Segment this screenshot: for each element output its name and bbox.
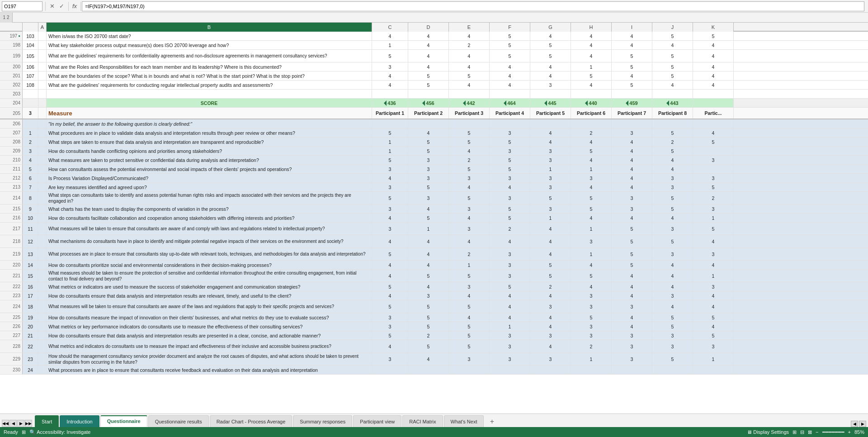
tab-introduction[interactable]: Introduction (60, 415, 99, 427)
question-cell[interactable]: How should the management consultancy se… (47, 353, 372, 365)
row-number: 199 (0, 50, 23, 62)
question-cell[interactable]: What steps are taken to ensure that data… (47, 138, 372, 146)
val-h: 4 (571, 50, 612, 62)
row-number: 214 (0, 192, 23, 204)
col-header-h[interactable]: H (571, 23, 612, 32)
question-cell[interactable]: What metrics or indicators are used to m… (47, 282, 372, 291)
question-cell[interactable]: How do consultants measure the impact of… (47, 313, 372, 322)
sheet-nav-last[interactable]: ▶▶ (25, 420, 32, 427)
question-cell[interactable]: What processes are in place to ensure th… (47, 366, 372, 374)
zoom-slider[interactable]: ━━━━━━━ (822, 429, 844, 435)
table-row: 209 3 How do consultants handle conflict… (0, 147, 868, 156)
row-number: 213 (0, 183, 23, 191)
question-cell[interactable]: What are the guidelines' requirements fo… (47, 50, 372, 62)
col-header-f[interactable]: F (490, 23, 530, 32)
score-j: 443 (652, 99, 693, 107)
question-cell[interactable]: Is Process Variation Displayed/Communica… (47, 174, 372, 182)
question-cell[interactable]: What key stakeholder process output meas… (47, 41, 372, 49)
question-cell[interactable]: How do consultants ensure that data anal… (47, 291, 372, 300)
view-normal-icon[interactable]: ⊞ (793, 429, 797, 435)
question-cell[interactable]: What measures are taken to protect sensi… (47, 156, 372, 164)
participant-3-header: Participant 3 (449, 108, 490, 119)
question-cell[interactable]: What are the guidelines' requirements fo… (47, 81, 372, 89)
row-number: 222 (0, 282, 23, 291)
question-cell[interactable]: What measures should be taken to ensure … (47, 270, 372, 282)
table-row: 228 22 What metrics and indicators do co… (0, 340, 868, 353)
question-cell[interactable]: How do consultants facilitate collaborat… (47, 214, 372, 222)
question-cell[interactable]: How do consultants ensure that data anal… (47, 331, 372, 340)
formula-input[interactable] (82, 1, 864, 11)
question-cell[interactable]: What are the Roles and Responsibilities … (47, 62, 372, 71)
score-d: 456 (408, 99, 449, 107)
col-header-j[interactable]: J (652, 23, 693, 32)
question-cell[interactable]: What measures will be taken to ensure th… (47, 223, 372, 235)
table-row: 200 106 What are the Roles and Responsib… (0, 62, 868, 71)
freeze-icon: 1 2 (0, 13, 13, 23)
view-layout-icon[interactable]: ⊟ (800, 429, 804, 435)
question-cell[interactable]: Are key measures identified and agreed u… (47, 183, 372, 191)
col-header-b[interactable]: B (47, 23, 372, 32)
zoom-out-button[interactable]: − (816, 429, 818, 435)
sheet-nav-first[interactable]: ◀◀ (2, 420, 9, 427)
col-header-g[interactable]: G (530, 23, 571, 32)
table-row: 221 15 What measures should be taken to … (0, 270, 868, 282)
display-settings-icon[interactable]: 🖥 Display Settings (747, 429, 789, 435)
question-cell[interactable]: What procedures are in place to validate… (47, 128, 372, 137)
participant-7-header: Participant 7 (612, 108, 652, 119)
tab-whats-next[interactable]: What's Next (444, 415, 484, 427)
table-row: 226 20 What metrics or key performance i… (0, 322, 868, 331)
col-header-e[interactable]: E (449, 23, 490, 32)
question-cell[interactable]: What charts has the team used to display… (47, 204, 372, 213)
sheet-scroll-right[interactable]: ▶ (859, 421, 866, 427)
tab-radar-chart[interactable]: Radar Chart - Process Average (210, 415, 292, 427)
table-row: 203 (0, 90, 868, 99)
row-number: 211 (0, 165, 23, 173)
accessibility-label[interactable]: 🔍 Accessibility: Investigate (29, 429, 91, 435)
val-h: 4 (571, 41, 612, 49)
question-cell[interactable]: What measures will be taken to ensure th… (47, 300, 372, 313)
zoom-in-button[interactable]: + (848, 429, 851, 435)
question-cell[interactable]: What metrics or key performance indicato… (47, 322, 372, 331)
col-header-i[interactable]: I (612, 23, 652, 32)
question-cell[interactable]: How can consultants assess the potential… (47, 165, 372, 173)
score-label: SCORE (47, 99, 372, 107)
score-k (693, 99, 734, 107)
row-number: 226 (0, 322, 23, 331)
tab-participant-view[interactable]: Participant view (353, 415, 401, 427)
tab-questionnaire-results[interactable]: Questionnaire results (148, 415, 209, 427)
question-cell[interactable]: How do consultants prioritize social and… (47, 261, 372, 269)
row-number: 227 (0, 331, 23, 340)
fx-label: fx (70, 3, 80, 10)
question-cell[interactable]: What mechanisms do consultants have in p… (47, 235, 372, 247)
row-idx-cell (23, 90, 38, 98)
view-page-icon[interactable]: ⊠ (808, 429, 812, 435)
question-cell[interactable]: What steps can consultants take to ident… (47, 192, 372, 204)
col-header-c[interactable]: C (372, 23, 408, 32)
row-number: 203 (0, 90, 23, 98)
name-box[interactable]: O197 (2, 1, 42, 11)
tab-raci-matrix[interactable]: RACI Matrix (402, 415, 443, 427)
col-header-idx[interactable] (23, 23, 38, 32)
val-g: 4 (530, 71, 571, 80)
table-row: 215 9 What charts has the team used to d… (0, 204, 868, 214)
row-idx-cell: 107 (23, 71, 38, 80)
row-number: 221 (0, 270, 23, 282)
col-header-a[interactable]: A (38, 23, 47, 32)
question-cell[interactable]: When is/was the ISO 20700 start date? (47, 32, 372, 40)
col-header-k[interactable]: K (693, 23, 734, 32)
question-cell[interactable]: What are the boundaries of the scope? Wh… (47, 71, 372, 80)
confirm-formula-button[interactable]: ✓ (58, 3, 66, 10)
add-sheet-button[interactable]: + (486, 416, 497, 427)
sheet-nav-next[interactable]: ▶ (17, 420, 24, 427)
sheet-scroll-left[interactable]: ◀ (851, 421, 858, 427)
val-f: 5 (490, 50, 530, 62)
tab-start[interactable]: Start (35, 415, 59, 427)
question-cell[interactable]: What metrics and indicators do consultan… (47, 340, 372, 352)
question-cell[interactable]: How do consultants handle conflicting op… (47, 147, 372, 155)
col-header-d[interactable]: D (408, 23, 449, 32)
question-cell[interactable]: What processes are in place to ensure th… (47, 248, 372, 260)
tab-summary-responses[interactable]: Summary responses (293, 415, 352, 427)
tab-questionnaire[interactable]: Questionnaire (100, 415, 147, 427)
sheet-nav-prev[interactable]: ◀ (9, 420, 17, 427)
cancel-formula-button[interactable]: ✕ (48, 3, 56, 10)
